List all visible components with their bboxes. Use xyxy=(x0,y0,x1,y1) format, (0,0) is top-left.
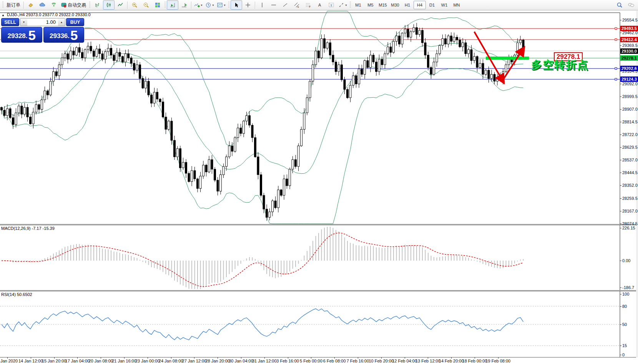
main-chart-canvas[interactable] xyxy=(0,11,638,224)
macd-tick-mark xyxy=(620,288,621,288)
tab-timeframe-mn[interactable]: MN xyxy=(450,1,463,9)
fibonacci-icon: F xyxy=(305,2,311,8)
price-tick-label: 28999.5 xyxy=(622,94,638,99)
horizontal-line-button[interactable] xyxy=(268,0,279,10)
time-tick-label: 15 Jan 20:00 xyxy=(42,359,66,363)
price-tick-mark xyxy=(620,147,621,148)
price-tick-mark xyxy=(620,122,621,122)
line-chart-icon xyxy=(117,2,123,8)
rsi-tick-label: 80 xyxy=(622,304,627,309)
line-chart-button[interactable] xyxy=(115,0,126,10)
price-tick-label: 28629.5 xyxy=(622,145,638,150)
macd-panel-canvas[interactable] xyxy=(0,225,638,290)
macd-tick-label: 0.00 xyxy=(622,258,630,263)
macd-splitter[interactable] xyxy=(0,224,638,224)
chevron-down-icon: ▼ xyxy=(212,4,214,7)
tab-timeframe-m30[interactable]: M30 xyxy=(389,1,401,9)
price-tick-label: 28259.5 xyxy=(622,196,638,201)
time-tick-label: 30 Jan 04:00 xyxy=(229,359,253,363)
text-label-icon: T xyxy=(328,2,334,8)
annotation-text[interactable]: 多空转折点 xyxy=(531,58,589,72)
candlestick-chart-button[interactable] xyxy=(103,0,115,10)
one-click-trading-panel: SELL ▼ ▲ BUY 29328. 5 29336. 5 xyxy=(1,18,85,43)
autotrade-button[interactable]: 自动交易 xyxy=(60,0,88,10)
price-tick-label: 28444.5 xyxy=(622,170,638,175)
tab-timeframe-m5[interactable]: M5 xyxy=(364,1,377,9)
auto-scroll-button[interactable] xyxy=(167,0,178,10)
time-tick-label: 28 Jan 20:00 xyxy=(205,359,230,363)
auto-scroll-icon xyxy=(169,2,176,8)
zoom-in-icon xyxy=(131,2,138,8)
mql5-community-button[interactable] xyxy=(37,0,48,10)
vertical-line-button[interactable] xyxy=(256,0,268,10)
rsi-tick-mark xyxy=(620,306,621,307)
svg-text:A: A xyxy=(318,3,321,7)
search-button[interactable] xyxy=(614,0,625,10)
trendline-button[interactable] xyxy=(279,0,291,10)
new-order-button[interactable]: 新订单 xyxy=(5,0,22,10)
equidistant-channel-button[interactable]: E xyxy=(291,0,302,10)
trendline-icon xyxy=(282,2,288,8)
time-tick-label: 7 Feb 16:00 xyxy=(347,359,369,363)
chevron-down-icon: ▼ xyxy=(200,4,203,7)
collapse-trade-panel-icon[interactable]: ▲ xyxy=(2,13,5,17)
templates-button[interactable]: ▼ xyxy=(216,0,227,10)
chat-button[interactable] xyxy=(625,0,637,10)
volume-increase-button[interactable]: ▲ xyxy=(58,18,65,26)
text-label-button[interactable]: T xyxy=(326,0,337,10)
time-tick-label: 17 Jan 04:00 xyxy=(65,359,90,363)
macd-tick-label: 226.15 xyxy=(622,226,635,230)
ohlc-values: 29373.0 29377.0 29322.0 29330.0 xyxy=(26,12,91,17)
tab-timeframe-h1[interactable]: H1 xyxy=(401,1,414,9)
rsi-panel-canvas[interactable] xyxy=(0,291,638,357)
tab-timeframe-h4[interactable]: H4 xyxy=(414,1,426,9)
chevron-down-icon: ▼ xyxy=(345,4,347,7)
price-tick-mark xyxy=(620,198,621,199)
time-tick-label: 12 Feb 04:00 xyxy=(392,359,417,363)
volume-decrease-button[interactable]: ▼ xyxy=(20,18,27,26)
tab-timeframe-m1[interactable]: M1 xyxy=(352,1,364,9)
rsi-tick-label: 0 xyxy=(622,352,625,357)
macd-tick-mark xyxy=(620,228,621,228)
rsi-tick-mark xyxy=(620,294,621,294)
price-tick-label: 29554.5 xyxy=(622,18,638,22)
market-button[interactable] xyxy=(25,0,37,10)
crosshair-button[interactable] xyxy=(242,0,254,10)
price-tick-mark xyxy=(620,135,621,135)
signals-button[interactable] xyxy=(48,0,60,10)
bar-chart-icon xyxy=(94,2,100,8)
rsi-tick-mark xyxy=(620,324,621,325)
price-tick-mark xyxy=(620,71,621,71)
price-tick-mark xyxy=(620,173,621,173)
arrows-button[interactable]: ▼ xyxy=(337,0,349,10)
text-button[interactable]: A xyxy=(314,0,326,10)
tile-windows-button[interactable] xyxy=(152,0,163,10)
rsi-splitter[interactable] xyxy=(0,290,638,291)
zoom-in-button[interactable] xyxy=(129,0,140,10)
tab-timeframe-w1[interactable]: W1 xyxy=(438,1,450,9)
cursor-button[interactable] xyxy=(231,0,242,10)
tab-timeframe-d1[interactable]: D1 xyxy=(426,1,438,9)
clock-icon xyxy=(205,2,211,8)
buy-button[interactable]: BUY xyxy=(66,18,84,26)
tab-timeframe-m15[interactable]: M15 xyxy=(377,1,389,9)
indicators-button[interactable]: ▼ xyxy=(193,0,204,10)
time-tick-label: 5 Feb 00:00 xyxy=(300,359,322,363)
sell-button[interactable]: SELL xyxy=(1,18,19,26)
autotrade-icon xyxy=(61,2,67,8)
time-tick-label: 3 Jan 2020 xyxy=(0,359,18,363)
buy-price-button[interactable]: 29336. 5 xyxy=(43,27,85,43)
price-tick-label: 29184.5 xyxy=(622,69,638,73)
time-tick-label: 3 Feb 16:00 xyxy=(276,359,299,363)
fibonacci-button[interactable]: F xyxy=(302,0,314,10)
symbol-period-label: DJ30-,H4 xyxy=(7,12,25,17)
market-icon xyxy=(28,2,34,8)
zoom-out-icon xyxy=(143,2,149,8)
volume-input[interactable] xyxy=(27,18,58,26)
arrows-icon xyxy=(338,2,344,8)
periods-button[interactable]: ▼ xyxy=(204,0,216,10)
zoom-out-button[interactable] xyxy=(140,0,152,10)
sell-price-button[interactable]: 29328. 5 xyxy=(1,27,42,43)
chart-shift-button[interactable] xyxy=(178,0,190,10)
bar-chart-button[interactable] xyxy=(91,0,103,10)
